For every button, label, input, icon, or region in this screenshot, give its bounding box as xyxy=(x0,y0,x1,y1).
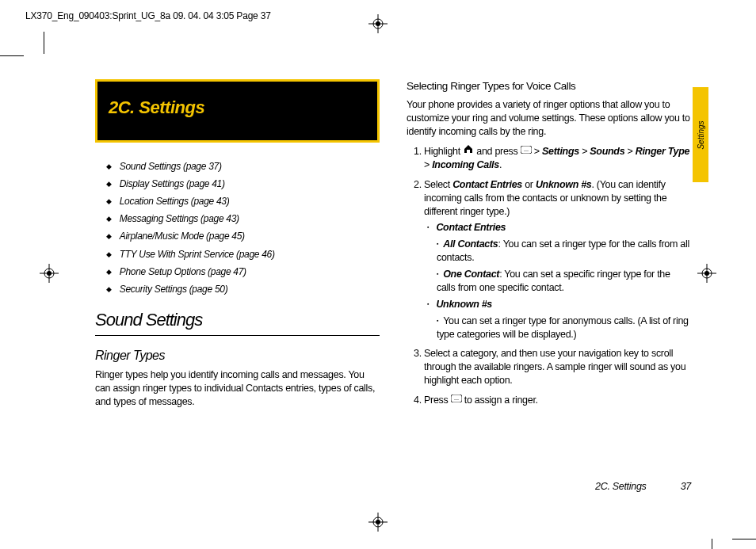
option-label: Contact Entries xyxy=(452,179,522,190)
label: Unknown #s xyxy=(436,299,492,310)
page-content: 2C. Settings Sound Settings (page 37) Di… xyxy=(95,79,691,494)
menu-path: Sounds xyxy=(590,146,624,157)
subsub-list: All Contacts: You can set a ringer type … xyxy=(427,238,691,295)
toc-item: Phone Setup Options (page 47) xyxy=(106,265,380,278)
text: > xyxy=(532,146,542,157)
heading-selecting-ringer-types: Selecting Ringer Types for Voice Calls xyxy=(407,79,691,93)
section-header-title: 2C. Settings xyxy=(109,97,204,117)
text: and press xyxy=(474,146,521,157)
thumb-tab: Settings xyxy=(693,87,708,182)
text: . xyxy=(499,159,502,170)
footer-page-number: 37 xyxy=(681,481,691,492)
text: > xyxy=(424,159,432,170)
toc-item: Messaging Settings (page 43) xyxy=(106,212,380,225)
registration-mark-icon xyxy=(40,264,59,286)
option-label: Unknown #s xyxy=(536,179,592,190)
toc-item: Security Settings (page 50) xyxy=(106,283,380,295)
sub-item-unknown: Unknown #s You can set a ringer type for… xyxy=(427,298,691,341)
page-footer: 2C. Settings 37 xyxy=(595,480,691,494)
menu-path: Ringer Type xyxy=(636,146,689,157)
menu-ok-icon: ⋯ xyxy=(521,144,532,158)
sub-list: Contact Entries All Contacts: You can se… xyxy=(424,221,691,341)
toc-item: Airplane/Music Mode (page 45) xyxy=(106,230,380,242)
paragraph: Your phone provides a variety of ringer … xyxy=(407,98,691,139)
subsub-item: You can set a ringer type for anonymous … xyxy=(437,315,691,341)
registration-mark-icon xyxy=(368,14,388,36)
registration-mark-icon xyxy=(697,264,716,286)
registration-mark-icon xyxy=(368,513,388,535)
crop-mark xyxy=(732,539,756,539)
right-column: Selecting Ringer Types for Voice Calls Y… xyxy=(407,79,691,494)
crop-mark xyxy=(712,539,712,549)
footer-section: 2C. Settings xyxy=(595,481,647,492)
heading-sound-settings: Sound Settings xyxy=(95,308,380,332)
subsub-item: One Contact: You can set a specific ring… xyxy=(437,268,691,295)
crop-mark xyxy=(0,55,24,56)
menu-path: Settings xyxy=(542,146,579,157)
step-4: Press ⋯ to assign a ringer. xyxy=(424,394,691,407)
toc-item: Sound Settings (page 37) xyxy=(106,160,380,173)
text: to assign a ringer. xyxy=(462,395,538,406)
step-2: Select Contact Entries or Unknown #s. (Y… xyxy=(424,178,691,341)
print-header: LX370_Eng_090403:Sprint_UG_8a 09. 04. 04… xyxy=(25,10,271,21)
heading-rule xyxy=(95,335,380,336)
text: You can set a ringer type for anonymous … xyxy=(437,315,689,340)
section-header: 2C. Settings xyxy=(95,79,380,143)
sub-item-contact-entries: Contact Entries All Contacts: You can se… xyxy=(427,221,691,294)
text: or xyxy=(522,179,536,190)
thumb-tab-label: Settings xyxy=(697,118,705,153)
toc-item: Location Settings (page 43) xyxy=(106,195,380,208)
label: One Contact xyxy=(443,269,499,280)
crop-mark xyxy=(44,32,44,54)
text: Press xyxy=(424,395,451,406)
subsub-item: All Contacts: You can set a ringer type … xyxy=(437,238,691,265)
toc-item: Display Settings (page 41) xyxy=(106,177,380,190)
svg-text:⋯: ⋯ xyxy=(454,397,459,402)
text: Select xyxy=(424,179,452,190)
heading-ringer-types: Ringer Types xyxy=(95,347,380,364)
svg-text:⋯: ⋯ xyxy=(524,148,529,153)
menu-path: Incoming Calls xyxy=(432,159,499,170)
menu-ok-icon: ⋯ xyxy=(451,393,462,406)
text: > xyxy=(579,146,590,157)
step-3: Select a category, and then use your nav… xyxy=(424,347,691,387)
step-1: Highlight and press ⋯ > Settings > Sound… xyxy=(424,145,691,172)
text: > xyxy=(624,146,635,157)
steps-list: Highlight and press ⋯ > Settings > Sound… xyxy=(407,145,691,407)
home-icon xyxy=(463,144,474,158)
paragraph: Ringer types help you identify incoming … xyxy=(95,368,380,409)
toc-item: TTY Use With Sprint Service (page 46) xyxy=(106,248,380,261)
text: Highlight xyxy=(424,146,463,157)
label: Contact Entries xyxy=(436,222,506,233)
subsub-list: You can set a ringer type for anonymous … xyxy=(427,315,691,341)
label: All Contacts xyxy=(443,238,498,250)
toc-list: Sound Settings (page 37) Display Setting… xyxy=(95,160,380,296)
left-column: 2C. Settings Sound Settings (page 37) Di… xyxy=(95,79,380,494)
